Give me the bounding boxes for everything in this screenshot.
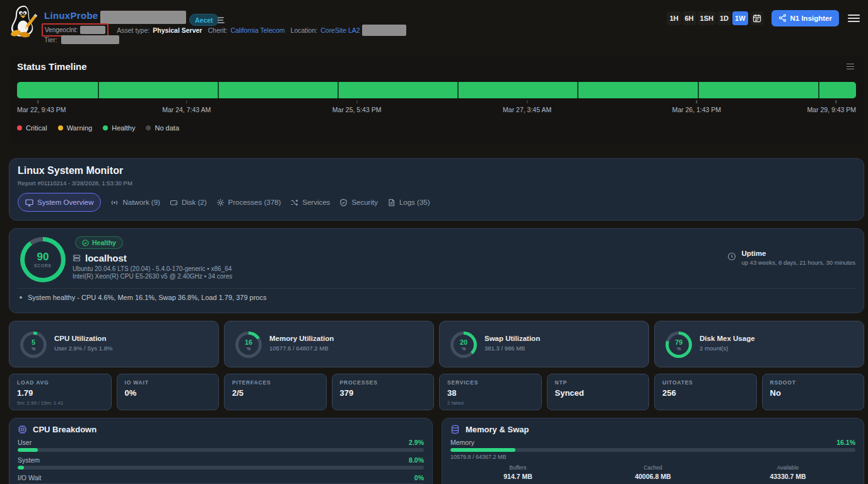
- redacted-hostname: [100, 11, 186, 24]
- cached-col: Cached 40006.8 MB: [585, 464, 720, 480]
- row-value: 16.1%: [836, 439, 855, 446]
- calendar-button[interactable]: [751, 11, 763, 25]
- gauge-value: 16: [245, 339, 252, 346]
- stat-load-avg: LOAD AVG 1.79 5m: 2.50 / 15m: 1.41: [9, 374, 112, 410]
- range-6h-button[interactable]: 6H: [683, 11, 696, 25]
- stat-interfaces: PITERFACES 2/5: [224, 374, 327, 410]
- row-label: System: [18, 456, 40, 464]
- available-col: Available 43330.7 MB: [720, 464, 855, 480]
- stat-label: UITOATES: [662, 379, 749, 386]
- timeline-divider: [698, 82, 699, 98]
- stat-value: 38: [447, 388, 534, 398]
- location-label: Location:: [291, 26, 318, 34]
- gauge-unit: %: [677, 347, 681, 351]
- timeline-label: Mar 29, 9:43 PM: [807, 106, 856, 113]
- legend-critical: Critical: [17, 124, 47, 132]
- gauge-unit: %: [247, 347, 250, 351]
- gauge-unit: %: [32, 347, 35, 351]
- tab-system-overview[interactable]: System Overview: [18, 193, 101, 212]
- monitor-tabs: System Overview Natwork (9) Disk (2) Pro…: [18, 193, 430, 212]
- col-label: Available: [720, 464, 855, 471]
- timeline-menu-icon[interactable]: [847, 62, 854, 71]
- tab-processes[interactable]: Processes (378): [216, 193, 281, 212]
- tab-disk[interactable]: Disk (2): [170, 193, 207, 212]
- disk-icon: [170, 199, 178, 207]
- timeline-tick: [835, 100, 836, 103]
- health-score-ring: 90 SCORE: [20, 237, 66, 282]
- gauge-value: 79: [675, 339, 683, 346]
- monitor-report: Report #01110214 - 3/28/2028, 1:53:30 PM: [18, 180, 132, 187]
- hostname: localhost: [85, 253, 127, 263]
- range-1d-button[interactable]: 1D: [717, 11, 731, 25]
- gauge-title: Swap Utilization: [484, 335, 540, 342]
- stat-io-wait: IO WAIT 0%: [117, 374, 220, 410]
- n1-insighter-label: N1 Insighter: [790, 14, 832, 22]
- gauge-sub: User 2.9% / Sys 1.8%: [54, 345, 112, 352]
- tab-security[interactable]: Security: [339, 193, 378, 212]
- stat-services: SERVICES 38 2 failed: [439, 374, 542, 410]
- row-label: Memory: [450, 439, 474, 446]
- monitor-title: Linux System Monitor: [18, 165, 123, 176]
- disk-gauge-ring: 79%: [666, 331, 692, 358]
- tab-logs[interactable]: Logs (35): [387, 193, 430, 212]
- breakdown-row-iowait: I/O Wait0%: [18, 474, 424, 484]
- timeline-legend: Critical Warning Healthy No data: [17, 124, 179, 132]
- range-1w-button[interactable]: 1W: [732, 11, 748, 25]
- gauge-sub: 2 mount(s): [700, 345, 728, 352]
- client-value[interactable]: California Telecom: [230, 26, 284, 34]
- redacted-field-label: Vengeoclnt:: [45, 26, 78, 33]
- range-15h-button[interactable]: 1SH: [698, 11, 716, 25]
- timeline-label: Mar 22, 9:43 PM: [17, 106, 66, 113]
- calendar-icon: [753, 14, 761, 23]
- timeline-title: Status Timeline: [17, 61, 87, 72]
- stat-processes: PROCESSES 379: [332, 374, 435, 410]
- timeline-tick: [356, 100, 358, 103]
- col-value: 40006.8 MB: [585, 473, 720, 480]
- cpu-gauge-ring: 5%: [20, 331, 47, 358]
- stat-value: 1.79: [17, 388, 103, 398]
- cpu-breakdown-panel: CPU Breakdown User2.9% System8.0% I/O Wa…: [9, 418, 433, 484]
- gauge-sub: 10577.6 / 64807.2 MB: [269, 345, 329, 352]
- gauge-value: 5: [32, 339, 35, 346]
- menu-button[interactable]: [848, 13, 860, 24]
- memory-gauge-card: 16% Memory Utilization 10577.6 / 64807.2…: [224, 321, 434, 367]
- monitor-icon: [25, 199, 33, 207]
- memory-gauge-ring: 16%: [235, 331, 262, 358]
- server-icon: [73, 254, 81, 262]
- stat-label: IO WAIT: [125, 379, 211, 386]
- timeline-divider: [218, 82, 219, 98]
- timeline-axis: Mar 22, 9:43 PM Mar 24, 7:43 AM Mar 25, …: [17, 98, 856, 117]
- cpu-breakdown-title: CPU Breakdown: [33, 425, 97, 434]
- bullet-dot-icon: [20, 296, 22, 299]
- brand-title: LinuxProbe-: [44, 10, 104, 21]
- stat-label: NTP: [555, 379, 642, 386]
- swap-gauge-ring: 20%: [450, 331, 477, 358]
- stat-label: LOAD AVG: [17, 379, 103, 386]
- breakdown-row-system: System8.0%: [18, 456, 424, 470]
- row-label: I/O Wait: [18, 474, 42, 481]
- status-timeline-card: Status Timeline Mar 22, 9:43 PM Mar 24, …: [9, 55, 864, 144]
- cpu-chip-icon: [18, 425, 27, 434]
- timeline-bar[interactable]: [17, 82, 856, 98]
- tab-network[interactable]: Natwork (9): [110, 193, 160, 212]
- header: LinuxProbe- Aecet Vengeoclnt: Asset type…: [0, 0, 868, 54]
- col-value: 914.7 MB: [450, 473, 585, 480]
- timeline-label: Mar 24, 7:43 AM: [162, 106, 211, 113]
- gauge-title: Memory Utilization: [269, 335, 334, 342]
- range-1h-button[interactable]: 1H: [667, 11, 681, 25]
- gauge-title: Disk Mex Usage: [700, 335, 755, 342]
- row-value: 0%: [414, 474, 424, 481]
- timeline-tick: [38, 100, 39, 103]
- tab-services[interactable]: Services: [290, 193, 330, 212]
- stat-value: 2/5: [232, 388, 319, 398]
- n1-insighter-button[interactable]: N1 Insighter: [771, 10, 839, 26]
- timeline-divider: [577, 82, 578, 98]
- tab-label: Security: [351, 199, 378, 206]
- header-controls: 1H 6H 1SH 1D 1W N1 Insighter: [667, 9, 860, 26]
- uptime-block: Uptime up 43 weeks, 8 days, 21 hours, 30…: [727, 250, 855, 266]
- gauge-row: 5% CPU Utilization User 2.9% / Sys 1.8% …: [9, 321, 864, 367]
- gauge-title: CPU Utilization: [54, 335, 106, 342]
- health-score-label: SCORE: [34, 263, 52, 268]
- location-value[interactable]: CoreSite LA2: [320, 26, 360, 34]
- row-label: User: [18, 439, 32, 446]
